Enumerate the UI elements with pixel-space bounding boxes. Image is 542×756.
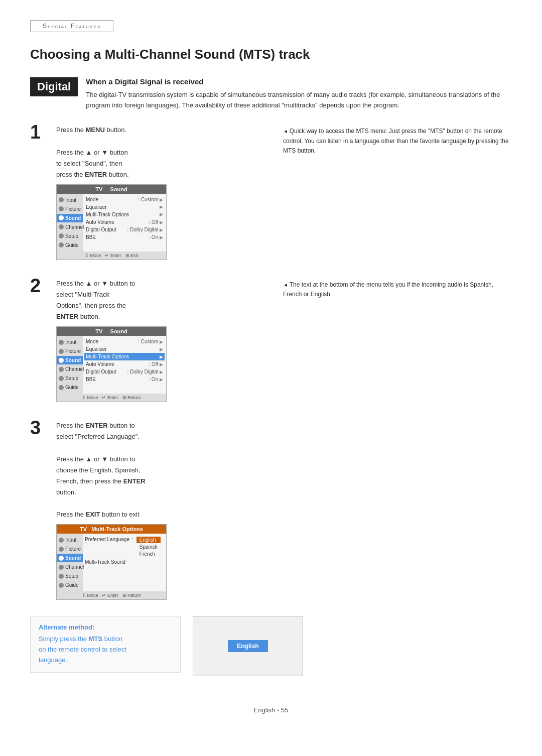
step-1-menu-content: Mode: Custom ▶ Equalizer▶ Multi-Track Op…: [83, 194, 166, 251]
english-button[interactable]: English: [228, 640, 267, 652]
digital-badge: Digital: [30, 77, 78, 96]
sidebar-setup: Setup: [57, 232, 83, 240]
sidebar3-picture: Picture: [57, 545, 83, 553]
step-1-footer: ⇕ Move↵ Enter⊞ Exit: [57, 251, 166, 260]
step-3-tv-menu: TV Multi-Track Options Input Picture Sou…: [56, 524, 167, 600]
step-3-left: 3 Press the ENTER button to select "Pref…: [30, 418, 271, 600]
step-1-row: 1 Press the MENU button. Press the ▲ or …: [30, 122, 512, 260]
step-3-menu-body: Input Picture Sound Channel Setup Guide …: [57, 534, 166, 591]
alternate-text: Simply press the MTS button on the remot…: [39, 634, 172, 665]
special-features-box: Special Features: [30, 20, 113, 32]
menu-row-autovolume: Auto Volume: Off ▶: [86, 218, 163, 226]
step-2-number: 2: [30, 276, 48, 295]
sidebar3-sound: Sound: [57, 554, 83, 562]
step-3-sidebar: Input Picture Sound Channel Setup Guide: [57, 534, 83, 591]
sidebar-input: Input: [57, 196, 83, 204]
step-3-footer: ⇕ Move↵ Enter⊞ Return: [57, 591, 166, 599]
menu2-row-mode: Mode: Custom ▶: [86, 338, 163, 345]
sidebar2-channel: Channel: [57, 365, 83, 373]
digital-section: Digital When a Digital Signal is receive…: [30, 77, 512, 111]
step-1-content: Press the MENU button. Press the ▲ or ▼ …: [56, 122, 167, 260]
step-1-menu-body: Input Picture Sound Channel Setup Guide …: [57, 194, 166, 251]
step-3-content: Press the ENTER button to select "Prefer…: [56, 418, 167, 600]
alternate-title: Alternate method:: [39, 623, 172, 631]
special-features-label: Special Features: [43, 23, 101, 30]
menu-row-bbe: BBE: On ▶: [86, 233, 163, 241]
step-3-number: 3: [30, 418, 48, 437]
step-3-menu-title: TV Multi-Track Options: [57, 525, 166, 534]
alternate-screen: English: [193, 616, 303, 676]
menu2-row-bbe: BBE: On ▶: [86, 375, 163, 383]
step-2-menu-body: Input Picture Sound Channel Setup Guide …: [57, 336, 166, 394]
mto-preferred-language: Preferred Language : English Spanish Fre…: [83, 536, 166, 558]
sidebar3-guide: Guide: [57, 581, 83, 589]
sidebar2-guide: Guide: [57, 383, 83, 392]
sidebar3-input: Input: [57, 536, 83, 544]
step-1-tip: Quick way to access the MTS menu: Just p…: [283, 122, 512, 156]
mto-option-french: French: [137, 551, 161, 557]
step-1-sidebar: Input Picture Sound Channel Setup Guide: [57, 194, 83, 251]
mto-option-english: English: [137, 537, 161, 543]
sidebar2-sound: Sound: [57, 356, 83, 364]
step-2-instructions: Press the ▲ or ▼ button to select "Multi…: [56, 276, 135, 322]
menu-row-multitrack: Multi-Track Options▶: [86, 211, 163, 218]
step-2-row: 2 Press the ▲ or ▼ button to select "Mul…: [30, 276, 512, 402]
menu-row-mode: Mode: Custom ▶: [86, 196, 163, 203]
sidebar3-channel: Channel: [57, 563, 83, 571]
menu2-row-digitalout: Digital Output: Dolby Digital ▶: [86, 368, 163, 375]
step-2-menu-content: Mode: Custom ▶ Equalizer▶ Multi-Track Op…: [83, 336, 166, 394]
step-1-left: 1 Press the MENU button. Press the ▲ or …: [30, 122, 271, 260]
sidebar-sound: Sound: [57, 214, 83, 222]
step-3-instructions: Press the ENTER button to select "Prefer…: [56, 418, 146, 520]
step-2-tip: The text at the bottom of the menu tells…: [283, 276, 512, 299]
menu2-row-multitrack: Multi-Track Options▶: [84, 353, 165, 360]
alternate-method-row: Alternate method: Simply press the MTS b…: [30, 616, 512, 676]
step-2-footer: ⇕ Move↵ Enter⊞ Return: [57, 394, 166, 402]
mto-option-spanish: Spanish: [137, 544, 161, 550]
step-1-instructions: Press the MENU button. Press the ▲ or ▼ …: [56, 122, 129, 180]
menu2-row-equalizer: Equalizer▶: [86, 345, 163, 353]
page-title: Choosing a Multi-Channel Sound (MTS) tra…: [30, 46, 512, 63]
step-3-menu-content: Preferred Language : English Spanish Fre…: [83, 534, 166, 591]
step-3-row: 3 Press the ENTER button to select "Pref…: [30, 418, 512, 600]
when-digital-body: The digital-TV transmission system is ca…: [86, 90, 512, 111]
steps-area: 1 Press the MENU button. Press the ▲ or …: [30, 122, 512, 676]
step-2-content: Press the ▲ or ▼ button to select "Multi…: [56, 276, 167, 402]
step-2-left: 2 Press the ▲ or ▼ button to select "Mul…: [30, 276, 271, 402]
sidebar2-input: Input: [57, 338, 83, 346]
when-digital-section: When a Digital Signal is received The di…: [86, 77, 512, 111]
step-1-tv-menu: TV Sound Input Picture Sound Channel Set…: [56, 184, 167, 260]
step-1-menu-title: TV Sound: [57, 185, 166, 194]
menu2-row-autovolume: Auto Volume: Off ▶: [86, 360, 163, 368]
sidebar2-picture: Picture: [57, 347, 83, 355]
sidebar2-setup: Setup: [57, 374, 83, 383]
alternate-left: Alternate method: Simply press the MTS b…: [30, 616, 181, 673]
sidebar-channel: Channel: [57, 223, 83, 231]
sidebar-picture: Picture: [57, 205, 83, 213]
menu-row-digitalout: Digital Output: Dolby Digital ▶: [86, 226, 163, 233]
step-1-number: 1: [30, 122, 48, 142]
when-digital-heading: When a Digital Signal is received: [86, 77, 512, 86]
sidebar3-setup: Setup: [57, 572, 83, 580]
step-2-menu-title: TV Sound: [57, 327, 166, 336]
mto-multitrack-sound: Multi-Track Sound: [83, 558, 166, 566]
menu-row-equalizer: Equalizer▶: [86, 203, 163, 211]
step-2-tv-menu: TV Sound Input Picture Sound Channel Set…: [56, 326, 167, 402]
page-label: English - 55: [254, 706, 289, 714]
step-2-sidebar: Input Picture Sound Channel Setup Guide: [57, 336, 83, 394]
page-footer: English - 55: [30, 706, 512, 714]
sidebar-guide: Guide: [57, 241, 83, 249]
